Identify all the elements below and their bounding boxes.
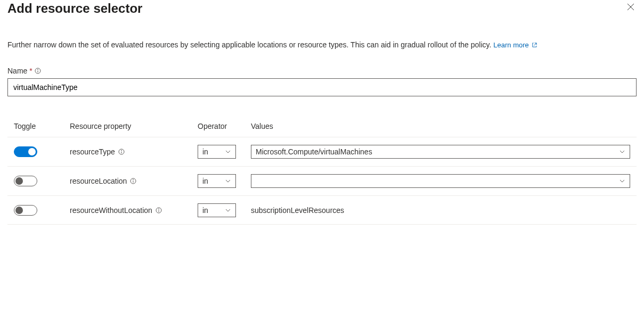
- info-icon[interactable]: [156, 207, 162, 214]
- description-text: Further narrow down the set of evaluated…: [7, 39, 637, 51]
- resource-property-cell: resourceWithoutLocation: [70, 206, 198, 215]
- col-header-operator: Operator: [198, 122, 251, 130]
- chevron-down-icon: [225, 149, 231, 155]
- close-icon: [627, 3, 634, 11]
- toggle-switch[interactable]: [14, 146, 37, 157]
- col-header-property: Resource property: [70, 122, 198, 130]
- operator-select[interactable]: in: [198, 203, 236, 217]
- name-field-label: Name: [7, 67, 27, 75]
- chevron-down-icon: [225, 207, 231, 214]
- table-row: resourceWithoutLocationinsubscriptionLev…: [7, 195, 637, 225]
- resource-property-label: resourceType: [70, 147, 115, 156]
- toggle-switch[interactable]: [14, 205, 37, 216]
- svg-point-13: [158, 209, 159, 209]
- resource-property-cell: resourceType: [70, 147, 198, 156]
- table-row: resourceTypeinMicrosoft.Compute/virtualM…: [7, 137, 637, 166]
- values-select[interactable]: Microsoft.Compute/virtualMachines: [251, 145, 630, 159]
- table-header-row: Toggle Resource property Operator Values: [7, 122, 637, 137]
- col-header-toggle: Toggle: [14, 122, 70, 130]
- col-header-values: Values: [251, 122, 630, 130]
- svg-point-7: [121, 150, 121, 151]
- table-row: resourceLocationin: [7, 166, 637, 195]
- svg-point-4: [37, 69, 38, 70]
- page-title: Add resource selector: [7, 1, 142, 16]
- name-input[interactable]: [7, 78, 637, 96]
- svg-point-10: [133, 179, 134, 180]
- chevron-down-icon: [619, 178, 625, 184]
- operator-select[interactable]: in: [198, 174, 236, 188]
- resource-property-cell: resourceLocation: [70, 177, 198, 185]
- values-select[interactable]: [251, 174, 630, 188]
- chevron-down-icon: [619, 149, 625, 155]
- resource-property-label: resourceLocation: [70, 177, 127, 185]
- values-static-text: subscriptionLevelResources: [251, 206, 344, 215]
- close-button[interactable]: [625, 1, 637, 13]
- info-icon[interactable]: [130, 178, 136, 184]
- toggle-switch[interactable]: [14, 176, 37, 186]
- operator-select[interactable]: in: [198, 145, 236, 159]
- resource-selector-table: Toggle Resource property Operator Values…: [7, 122, 637, 225]
- resource-property-label: resourceWithoutLocation: [70, 206, 152, 215]
- required-indicator: *: [29, 67, 32, 75]
- chevron-down-icon: [225, 178, 231, 184]
- learn-more-link[interactable]: Learn more: [493, 41, 537, 49]
- info-icon[interactable]: [118, 149, 125, 155]
- external-link-icon: [532, 42, 537, 48]
- info-icon[interactable]: [35, 68, 41, 74]
